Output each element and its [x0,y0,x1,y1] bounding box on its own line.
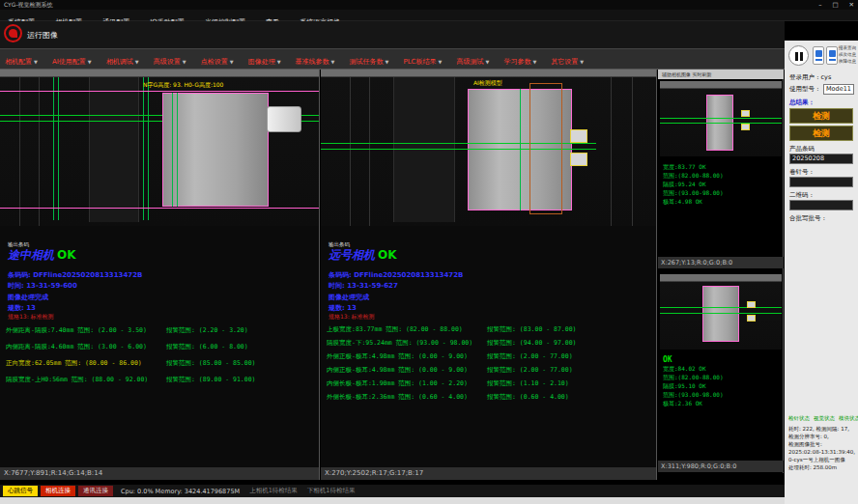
aux-camera-image-1[interactable] [660,81,782,156]
aux1-result-lines: 宽度:83.77 OK 范围:(82.00-88.00) 隔膜:95.24 OK… [663,162,724,206]
toolbar-item-baseline-params[interactable]: 基准线参数▼ [291,52,340,71]
snapshot-button[interactable] [813,46,824,65]
toolbar-item-test-tasks[interactable]: 测试任务数▼ [345,52,394,71]
left-cell-region [162,93,269,207]
tab-blob [570,153,587,166]
aux-camera-image-2[interactable] [660,274,782,350]
toolbar-item-other-settings[interactable]: 其它设置▼ [546,52,588,71]
quick-query-list: 报表查询 班次信息 故障信息 [839,44,856,65]
chevron-down-icon: ▼ [135,59,139,65]
pause-button[interactable] [788,45,809,66]
measure-row: 外侧长极-极耳:2.36mm 范围: (0.60 - 4.00)报警范围: (0… [327,393,654,406]
toolbar-item-plc-results[interactable]: PLC板结果▼ [398,52,446,71]
batch-label: 合批写批号： [789,214,827,223]
spool-field[interactable] [789,177,853,187]
heartbeat-indicator: 心跳信号 [3,486,38,496]
status-bar: 心跳信号 相机连接 通讯连接 Cpu: 0.0% Memory: 3424.41… [0,485,785,497]
toolbar-item-camera-config[interactable]: 相机配置▼ [0,52,43,71]
left-measurement-rows: 外侧距离-隔膜:7.40mm 范围: (2.00 - 3.50)报警范围: (2… [6,326,317,392]
barcode-label: 产品条码 [789,145,815,154]
chevron-down-icon: ▼ [183,59,186,65]
camera-link-indicator: 相机连接 [41,486,75,496]
tab-run-image[interactable]: 运行图像 [27,30,58,41]
aux1-coord-readout: X:267;Y:13;R:0;G:0;B:0 [658,257,784,268]
model-select[interactable]: Mode11 [823,84,854,95]
left-coord-readout: X:7677;Y:891;R:14;G:14;B:14 [0,467,320,480]
query-shift[interactable]: 班次信息 [839,51,856,58]
model-label: 使用型号： [789,85,821,94]
toolbar-item-image-process[interactable]: 图像处理▼ [243,52,286,71]
chevron-down-icon: ▼ [331,59,335,65]
app-logo-icon [4,24,22,42]
measure-row: 内侧距离-隔膜:4.60mm 范围: (3.00 - 6.00)报警范围: (6… [6,343,317,359]
close-button[interactable]: ✕ [849,0,854,10]
chevron-down-icon: ▼ [230,59,234,65]
aux2-result-lines: OK 宽度:84.02 OK 范围:(82.00-88.00) 隔膜:95.10… [663,355,724,407]
toolbar-item-advanced-settings[interactable]: 高级设置▼ [149,52,191,71]
mid-time: 时间: 13-31-59-627 [329,281,398,291]
login-user-value: cys [821,73,832,81]
measure-row: 内侧正极-极耳:4.98mm 范围: (0.00 - 9.00)报警范围: (2… [327,366,654,379]
pending-top-result: 上相机1待检结果 [249,487,298,495]
comm-link-indicator: 通讯连接 [78,486,113,496]
total-result-label: 总结果： [789,98,815,107]
left-overlay-label: N字G高度: 93. H0-G高度:100 [143,81,223,90]
aux-camera-column: 辅助相机图像 实时刷新 宽度:83.77 OK 范围:(82.00-88.00)… [658,70,784,473]
measure-row: 外侧距离-隔膜:7.40mm 范围: (2.00 - 3.50)报警范围: (2… [6,326,317,343]
chevron-down-icon: ▼ [485,59,489,65]
login-user-label: 登录用户： [789,73,821,81]
measure-row: 外侧正极-极耳:4.98mm 范围: (0.00 - 9.00)报警范围: (2… [327,352,654,366]
measure-row: 内侧长极-极耳:1.90mm 范围: (1.00 - 2.20)报警范围: (1… [327,379,654,393]
right-panel-top-filler [785,21,858,41]
mid-barcode: 条码码: DFFline2025020813313472B [329,270,463,280]
pending-bottom-result: 下相机1待检结果 [307,487,356,495]
spool-label: 卷针号： [789,168,815,177]
menu-bar: 系统配置 相机配置 通讯配置 IO手动配置 光源控制配置 查看 系统语言切换 [0,10,858,21]
minimize-button[interactable]: – [818,0,821,10]
measure-row: 隔膜宽度-下:95.24mm 范围: (93.00 - 98.00)报警范围: … [327,339,654,352]
barcode-field[interactable]: 20250208 [789,154,853,164]
mid-spec: 规数: 13 [329,303,357,313]
query-fault[interactable]: 故障信息 [839,58,856,65]
mid-camera-panel: AI检测模型 输出条码 远号相机OK 条码码: DFFline202502081… [321,70,657,467]
aux2-coord-readout: X:311;Y:980;R:0;G:0;B:0 [658,461,784,472]
toolbar-item-camera-debug[interactable]: 相机调试▼ [101,52,144,71]
chevron-down-icon: ▼ [34,59,38,65]
left-spec-note: 规格13: 标准检测 [8,313,54,322]
measure-row: 正向宽度:62.05mm 范围: (80.00 - 86.00)报警范围: (8… [6,359,317,376]
qr-label: 二维码： [789,191,815,200]
qr-field[interactable] [789,200,853,210]
camera-icon [815,50,822,57]
chevron-down-icon: ▼ [386,59,389,65]
cpu-memory-readout: Cpu: 0.0% Memory: 3424.41796875M [121,488,240,495]
right-info-panel: 报表查询 班次信息 故障信息 登录用户：cys 使用型号： Mode11 总结果… [785,41,858,504]
measure-row: 隔膜宽度-上H0:56mm 范围: (88.00 - 92.00)报警范围: (… [6,376,317,392]
chevron-down-icon: ▼ [439,59,443,65]
maximize-button[interactable]: □ [832,0,838,10]
toolbar-item-learn-params[interactable]: 学习参数▼ [499,52,541,71]
mid-camera-image[interactable]: AI检测模型 [321,70,656,226]
status-badge: 检测 [789,126,853,141]
aux2-status: OK [663,355,724,364]
measure-row: 上极宽度:83.77mm 范围: (82.00 - 88.00)报警范围: (8… [327,325,654,339]
chevron-down-icon: ▼ [277,59,281,65]
mid-coord-readout: X:270;Y:2502;R:17;G:17;B:17 [321,467,657,480]
left-spec: 规数: 13 [8,303,36,313]
footer-info-lines: 耗时: 222, 检测间隔: 17, 检测分辨率号: 0, 检测图像批号: 20… [788,425,856,471]
device-states: 检针状态视觉状态模块状态 [788,415,858,422]
toolbar-item-spot-check[interactable]: 点检设置▼ [196,52,239,71]
toolbar-item-advanced-test[interactable]: 高级测试▼ [451,52,494,71]
left-camera-image[interactable]: N字G高度: 93. H0-G高度:100 [0,70,319,226]
ai-detect-box [529,83,562,214]
login-user-row: 登录用户：cys [789,73,831,82]
toolbar-item-ai-config[interactable]: AI使用配置▼ [47,52,97,71]
left-time: 时间: 13-31-59-600 [8,281,77,291]
mid-process-status: 图像处理完成 [329,293,369,302]
header-band: 运行图像 [0,21,785,48]
left-result-status: OK [57,248,76,262]
app-window: CYG-视觉检测系统 – □ ✕ 系统配置 相机配置 通讯配置 IO手动配置 光… [0,0,858,504]
record-button[interactable] [826,46,838,65]
left-process-status: 图像处理完成 [8,293,48,302]
chevron-down-icon: ▼ [532,59,536,65]
query-report[interactable]: 报表查询 [839,44,856,51]
